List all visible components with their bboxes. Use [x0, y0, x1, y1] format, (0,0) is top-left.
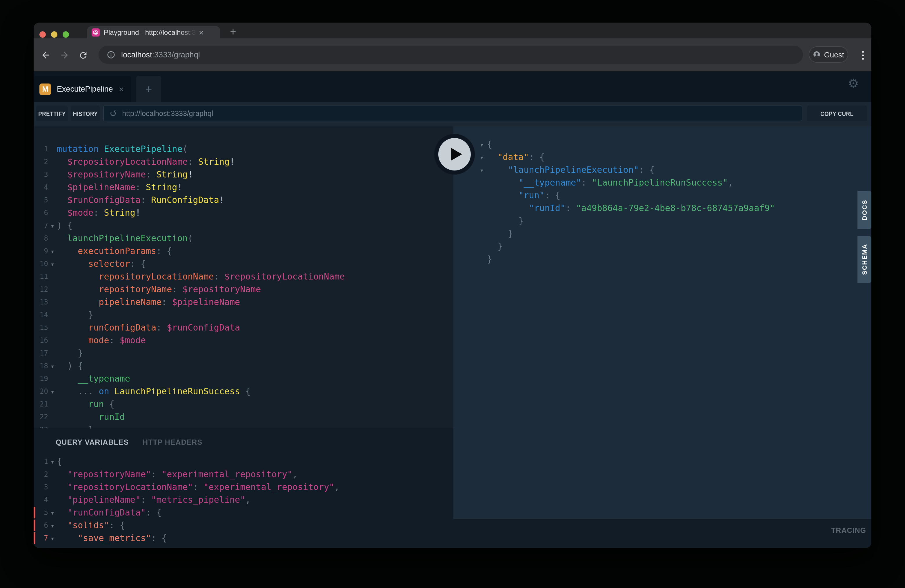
endpoint-input[interactable]: ↺ http://localhost:3333/graphql [103, 105, 802, 121]
code-text: { [57, 455, 62, 468]
code-line: 15 runConfigData: $runConfigData [38, 321, 458, 334]
code-text: ) { [57, 359, 83, 372]
query-editor[interactable]: 1mutation ExecutePipeline(2 $repositoryL… [33, 126, 458, 445]
error-marker [33, 507, 35, 518]
close-window-button[interactable] [40, 31, 46, 38]
maximize-window-button[interactable] [63, 31, 69, 38]
variables-section: QUERY VARIABLES HTTP HEADERS 1▾{2 "repos… [33, 429, 453, 548]
site-info-icon [107, 51, 115, 59]
address-bar[interactable]: localhost:3333/graphql [98, 46, 803, 64]
fold-arrow-icon[interactable]: ▾ [48, 535, 57, 542]
fold-spacer [476, 195, 487, 196]
copy-curl-button[interactable]: COPY CURL [807, 105, 867, 121]
profile-label: Guest [824, 50, 844, 59]
tracing-label[interactable]: TRACING [831, 526, 866, 535]
variables-editor[interactable]: 1▾{2 "repositoryName": "experimental_rep… [33, 455, 453, 548]
code-text: repositoryLocationName: $repositoryLocat… [57, 270, 345, 283]
line-number: 12 [38, 285, 48, 293]
url-host: localhost [121, 51, 152, 59]
code-text: "save_metrics": { [57, 532, 167, 545]
back-icon[interactable] [40, 49, 52, 62]
line-number: 9 [38, 247, 48, 255]
reload-icon[interactable] [76, 49, 89, 62]
playground-tab-title: ExecutePipeline [57, 85, 113, 93]
tab-query-variables[interactable]: QUERY VARIABLES [56, 439, 129, 447]
settings-gear-icon[interactable]: ⚙ [847, 77, 860, 90]
browser-window: Playground - http://localhost:33 × + loc… [33, 22, 872, 548]
fold-arrow-icon[interactable]: ▾ [48, 362, 57, 369]
fold-arrow-icon[interactable]: ▾ [48, 248, 57, 254]
fold-spacer [48, 378, 57, 379]
fold-arrow-icon[interactable]: ▾ [48, 261, 57, 267]
profile-button[interactable]: Guest [809, 46, 848, 63]
fold-arrow-icon[interactable]: ▾ [476, 141, 487, 148]
line-number: 5 [38, 509, 48, 516]
error-marker [33, 520, 35, 531]
fold-spacer [48, 404, 57, 405]
close-icon[interactable]: × [119, 84, 124, 94]
line-number: 2 [38, 470, 48, 478]
code-line: 12 repositoryName: $repositoryName [38, 283, 458, 296]
code-text: } [57, 308, 93, 321]
code-text: "data": { [487, 151, 545, 164]
minimize-window-button[interactable] [51, 31, 57, 38]
url-path: :3333/graphql [152, 51, 200, 59]
new-browser-tab-button[interactable]: + [226, 25, 240, 39]
browser-menu-icon[interactable] [857, 49, 868, 62]
code-line: } [476, 227, 872, 240]
tab-execute-pipeline[interactable]: M ExecutePipeline × [33, 76, 131, 102]
forward-icon[interactable] [58, 49, 71, 62]
fold-arrow-icon[interactable]: ▾ [48, 388, 57, 395]
line-number: 18 [38, 362, 48, 370]
code-text: "repositoryLocationName": "experimental_… [57, 481, 340, 493]
code-text: "solids": { [57, 519, 125, 532]
code-line: 10▾ selector: { [38, 257, 458, 270]
code-text: executionParams: { [57, 245, 172, 257]
docs-tab[interactable]: DOCS [857, 191, 872, 229]
line-number: 3 [38, 483, 48, 491]
code-line: 21 run { [38, 398, 458, 410]
graphql-playground: M ExecutePipeline × + ⚙ PRETTIFY HISTORY… [33, 72, 872, 548]
fold-spacer [48, 276, 57, 277]
tab-close-icon[interactable]: × [199, 28, 203, 36]
code-text: repositoryName: $repositoryName [57, 283, 261, 296]
code-text: mutation ExecutePipeline( [57, 143, 188, 156]
line-number: 20 [38, 387, 48, 396]
fold-spacer [48, 416, 57, 418]
fold-arrow-icon[interactable]: ▾ [476, 167, 487, 173]
fold-spacer [48, 340, 57, 341]
code-line: 1mutation ExecutePipeline( [38, 143, 458, 156]
code-line: 17 } [38, 347, 458, 359]
code-line: } [476, 253, 872, 265]
window-controls [40, 31, 69, 38]
prettify-button[interactable]: PRETTIFY [36, 105, 68, 121]
code-line: "run": { [476, 189, 872, 202]
code-line: 19 __typename [38, 372, 458, 385]
tracing-bar: TRACING [453, 519, 872, 548]
playground-main: 1mutation ExecutePipeline(2 $repositoryL… [33, 126, 872, 548]
history-button[interactable]: HISTORY [71, 105, 100, 121]
desktop: Playground - http://localhost:33 × + loc… [0, 0, 905, 588]
code-line: 2 $repositoryLocationName: String! [38, 156, 458, 168]
fold-arrow-icon[interactable]: ▾ [476, 154, 487, 161]
fold-arrow-icon[interactable]: ▾ [48, 509, 57, 516]
line-number: 16 [38, 336, 48, 345]
code-line: 16 mode: $mode [38, 334, 458, 347]
code-line: 1▾{ [38, 455, 453, 468]
code-text: "run": { [487, 189, 560, 202]
fold-arrow-icon[interactable]: ▾ [48, 522, 57, 529]
schema-tab[interactable]: SCHEMA [857, 236, 872, 283]
fold-arrow-icon[interactable]: ▾ [48, 222, 57, 229]
code-text: mode: $mode [57, 334, 146, 347]
fold-arrow-icon[interactable]: ▾ [48, 458, 57, 465]
history-undo-icon[interactable]: ↺ [110, 108, 117, 119]
code-line: 14 } [38, 308, 458, 321]
code-text: ... on LaunchPipelineRunSuccess { [57, 385, 251, 398]
fold-spacer [476, 208, 487, 209]
browser-tab[interactable]: Playground - http://localhost:33 × [87, 26, 220, 38]
new-playground-tab-button[interactable]: + [136, 76, 161, 102]
tab-http-headers[interactable]: HTTP HEADERS [143, 439, 202, 447]
line-number: 4 [38, 183, 48, 191]
code-line: ▾ "launchPipelineExecution": { [476, 164, 872, 176]
execute-button[interactable] [434, 134, 475, 175]
